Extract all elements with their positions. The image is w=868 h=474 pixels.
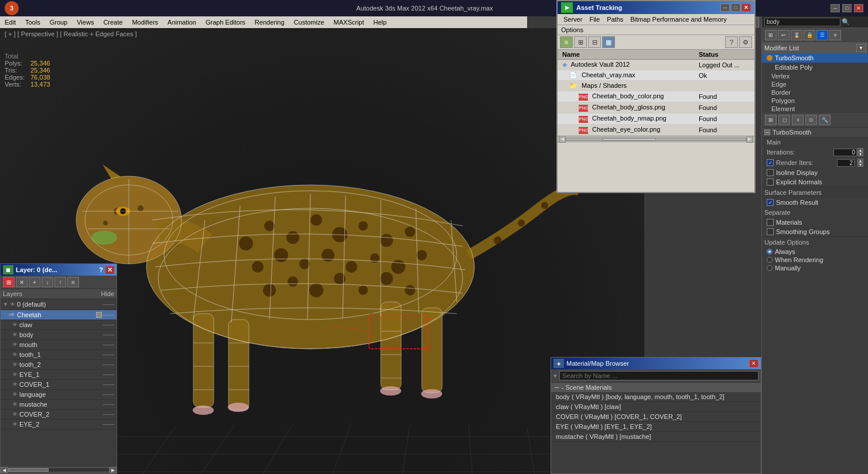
rp-toolbar-btn-4[interactable]: 🔒 (804, 30, 815, 40)
menu-help[interactable]: Help (369, 18, 392, 27)
layer-item-claw[interactable]: 👁 claw ─── (1, 320, 117, 330)
so-btn-1[interactable]: ⊞ (765, 115, 777, 125)
mb-search-input[interactable] (559, 371, 758, 380)
layer-item-default[interactable]: ▼ 👁 0 (default) ─── (1, 299, 117, 310)
menu-graph-editors[interactable]: Graph Editors (201, 18, 250, 27)
layer-panel-close[interactable]: ✕ (105, 266, 114, 274)
layer-item-language[interactable]: 👁 language ─── (1, 390, 117, 400)
at-menu-server[interactable]: Server (560, 15, 586, 23)
at-horizontal-scrollbar[interactable]: ◀ ▶ (558, 136, 754, 142)
layer-item-cover1[interactable]: 👁 COVER_1 ─── (1, 380, 117, 390)
mb-material-body[interactable]: body ( VRayMtl ) [body, language, mouth,… (551, 392, 761, 402)
lp-btn-collapse[interactable]: ↑ (54, 277, 66, 287)
table-row[interactable]: ◈ Autodesk Vault 2012 Logged Out ... (558, 60, 754, 70)
manually-radio[interactable] (767, 265, 773, 271)
when-rendering-radio[interactable] (767, 257, 773, 263)
at-menu-file[interactable]: File (586, 15, 603, 23)
isoline-checkbox[interactable] (767, 169, 774, 176)
iterations-spinner-up[interactable]: ▲ ▼ (857, 148, 863, 156)
layer-item-cover2[interactable]: 👁 COVER_2 ─── (1, 410, 117, 420)
rp-toolbar-btn-6[interactable]: ≡ (829, 30, 841, 40)
iterations-input[interactable] (833, 149, 857, 156)
layer-item-mustache[interactable]: 👁 mustache ─── (1, 400, 117, 410)
layer-item-mouth[interactable]: 👁 mouth ─── (1, 340, 117, 350)
rp-toolbar-btn-2[interactable]: ↩ (778, 30, 790, 40)
sub-element[interactable]: Element (762, 105, 868, 113)
at-scroll-left[interactable]: ◀ (559, 136, 566, 143)
render-iters-checkbox[interactable]: ✓ (767, 159, 774, 166)
at-settings-button[interactable]: ⚙ (739, 36, 752, 48)
smooth-result-checkbox[interactable]: ✓ (767, 199, 774, 206)
mb-close-button[interactable]: ✕ (749, 359, 758, 367)
lp-btn-expand[interactable]: ↓ (42, 277, 53, 287)
scroll-right-btn[interactable]: ▶ (110, 467, 117, 473)
sub-vertex[interactable]: Vertex (762, 72, 868, 80)
at-menu-paths[interactable]: Paths (603, 15, 627, 23)
lp-btn-settings[interactable]: ≡ (67, 277, 79, 287)
mb-material-eye[interactable]: EYE ( VRayMtl ) [EYE_1, EYE_2] (551, 422, 761, 432)
rp-toolbar-btn-5[interactable]: ☰ (816, 30, 828, 40)
collapse-turbosmooth[interactable]: ─ (764, 129, 770, 135)
at-toolbar-btn-3[interactable]: ⊟ (588, 36, 601, 48)
close-button[interactable]: ✕ (854, 4, 863, 12)
table-row[interactable]: PNG Cheetah_body_color.png Found (558, 91, 754, 102)
layer-scroll-thumb[interactable] (8, 468, 49, 472)
at-scroll-thumb[interactable] (602, 138, 656, 140)
materials-checkbox[interactable] (767, 219, 774, 226)
at-toolbar-btn-1[interactable]: ≡ (560, 36, 573, 48)
so-btn-5[interactable]: 🔧 (819, 115, 831, 125)
layer-item-cheetah[interactable]: ▼ 👁 Cheetah ─── (1, 310, 117, 320)
sub-polygon[interactable]: Polygon (762, 97, 868, 105)
at-menu-options[interactable]: Options (561, 26, 583, 33)
menu-views[interactable]: Views (72, 18, 98, 27)
menu-tools[interactable]: Tools (20, 18, 45, 27)
sub-edge[interactable]: Edge (762, 80, 868, 88)
menu-edit[interactable]: Edit (0, 18, 20, 27)
table-row[interactable]: 📄 Cheetah_vray.max Ok (558, 70, 754, 81)
layer-item-eye1[interactable]: 👁 EYE_1 ─── (1, 370, 117, 380)
layer-scroll-track[interactable] (8, 468, 110, 472)
rp-toolbar-btn-1[interactable]: ⊞ (765, 30, 777, 40)
layer-item-body[interactable]: 👁 body ─── (1, 330, 117, 340)
layer-panel-scrollbar[interactable]: ◀ ▶ (1, 466, 117, 473)
always-radio[interactable] (767, 249, 773, 255)
smoothing-groups-checkbox[interactable] (767, 228, 774, 235)
table-row[interactable]: PNG Cheetah_body_nmap.png Found (558, 114, 754, 125)
table-row[interactable]: 📁 Maps / Shaders (558, 81, 754, 91)
maximize-button[interactable]: □ (842, 4, 852, 12)
at-scroll-track[interactable] (566, 138, 746, 141)
lp-btn-add[interactable]: + (29, 277, 40, 287)
menu-modifiers[interactable]: Modifiers (127, 18, 163, 27)
modifier-turbosm ooth[interactable]: TurboSmooth (762, 53, 868, 63)
lp-btn-red[interactable]: ⊞ (3, 277, 15, 287)
layer-item-tooth1[interactable]: 👁 tooth_1 ─── (1, 350, 117, 360)
layer-panel-help[interactable]: ? (99, 266, 103, 273)
mb-material-mustache[interactable]: mustache ( VRayMtl ) [mustache] (551, 432, 761, 442)
at-help-button[interactable]: ? (725, 36, 738, 48)
at-toolbar-btn-2[interactable]: ⊞ (574, 36, 587, 48)
so-btn-2[interactable]: ◻ (778, 115, 790, 125)
menu-group[interactable]: Group (45, 18, 73, 27)
layer-item-tooth2[interactable]: 👁 tooth_2 ─── (1, 360, 117, 370)
table-row[interactable]: PNG Cheetah_body_gloss.png Found (558, 102, 754, 114)
lp-btn-delete[interactable]: ✕ (16, 277, 28, 287)
render-iters-spinner[interactable]: ▲ ▼ (857, 159, 863, 167)
menu-maxscript[interactable]: MAXScript (329, 18, 369, 27)
render-iters-input[interactable] (837, 159, 855, 167)
rp-toolbar-btn-3[interactable]: ⌛ (791, 30, 802, 40)
menu-animation[interactable]: Animation (163, 18, 201, 27)
object-search-input[interactable] (764, 18, 840, 26)
so-btn-3[interactable]: ⌗ (792, 115, 804, 125)
at-close-button[interactable]: ✕ (741, 4, 751, 12)
at-scroll-right[interactable]: ▶ (746, 136, 753, 143)
so-btn-4[interactable]: ⊙ (805, 115, 817, 125)
at-toolbar-btn-4[interactable]: ▦ (602, 36, 615, 48)
modifier-list-dropdown[interactable]: ▼ (856, 44, 866, 52)
at-maximize-button[interactable]: □ (731, 4, 740, 12)
explicit-normals-checkbox[interactable] (767, 178, 774, 186)
menu-rendering[interactable]: Rendering (250, 18, 289, 27)
menu-customize[interactable]: Customize (289, 18, 329, 27)
mb-material-claw[interactable]: claw ( VRayMtl ) [claw] (551, 402, 761, 412)
layer-item-eye2[interactable]: 👁 EYE_2 ─── (1, 420, 117, 430)
mb-material-cover[interactable]: COVER ( VRayMtl ) [COVER_1, COVER_2] (551, 412, 761, 422)
